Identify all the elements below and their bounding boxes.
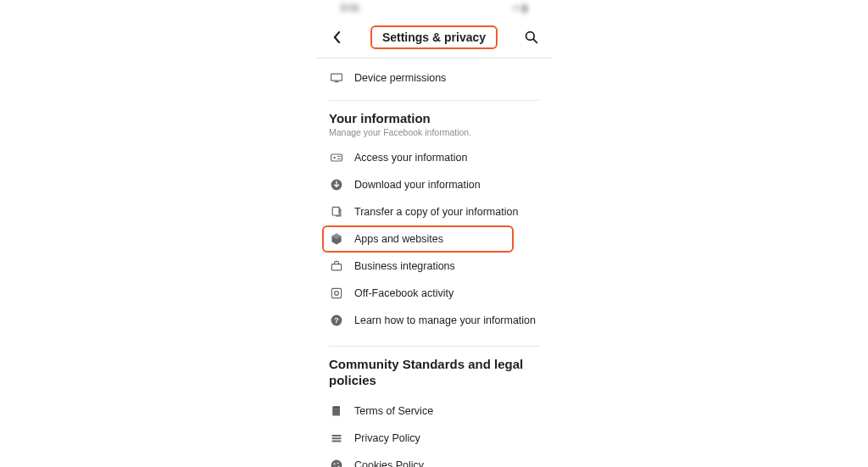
privacy-icon (329, 431, 344, 446)
svg-point-21 (337, 462, 339, 464)
row-label: Privacy Policy (354, 432, 420, 444)
device-icon (329, 70, 344, 86)
header-title-highlight: Settings & privacy (370, 25, 498, 49)
transfer-icon (329, 204, 344, 220)
search-button[interactable] (524, 30, 539, 45)
svg-rect-18 (331, 440, 341, 442)
svg-rect-3 (335, 81, 339, 82)
row-off-facebook-activity[interactable]: Off-Facebook activity (329, 280, 539, 307)
access-icon (329, 150, 344, 165)
activity-icon (329, 286, 344, 301)
svg-rect-2 (331, 74, 342, 81)
section-title: Your information (329, 111, 539, 125)
svg-point-0 (526, 32, 535, 41)
section-your-information: Your information Manage your Facebook in… (329, 111, 539, 334)
svg-rect-17 (331, 437, 341, 439)
row-label: Access your information (354, 152, 467, 164)
svg-text:?: ? (334, 316, 338, 325)
row-label: Download your information (354, 179, 481, 191)
header: Settings & privacy (315, 15, 553, 58)
row-download-information[interactable]: Download your information (329, 171, 539, 198)
terms-icon (329, 403, 344, 419)
svg-point-19 (331, 459, 342, 467)
svg-rect-4 (331, 154, 342, 161)
svg-rect-9 (332, 207, 339, 215)
svg-point-5 (333, 157, 335, 158)
row-cookies-policy[interactable]: Cookies Policy (329, 452, 539, 468)
status-indicators: •• ▮ (513, 3, 527, 14)
section-subtitle: Manage your Facebook information. (329, 127, 539, 137)
row-terms-of-service[interactable]: Terms of Service (329, 398, 539, 425)
row-label: Apps and websites (354, 233, 443, 245)
download-icon (329, 177, 344, 192)
row-business-integrations[interactable]: Business integrations (329, 253, 539, 280)
row-label: Device permissions (354, 72, 446, 84)
page-title: Settings & privacy (382, 31, 486, 44)
cookies-icon (329, 458, 344, 468)
row-privacy-policy[interactable]: Privacy Policy (329, 425, 539, 452)
divider (329, 100, 539, 101)
row-label: Transfer a copy of your information (354, 206, 518, 218)
help-icon: ? (329, 313, 344, 328)
section-community-standards: Community Standards and legal policies T… (329, 357, 539, 467)
row-label: Terms of Service (354, 405, 433, 417)
svg-rect-10 (331, 264, 341, 270)
row-label: Business integrations (354, 260, 455, 272)
svg-point-20 (334, 463, 336, 464)
content: Device permissions Your information Mana… (315, 58, 553, 467)
row-label: Off-Facebook activity (354, 287, 453, 299)
back-button[interactable] (329, 30, 344, 45)
business-icon (329, 259, 344, 274)
row-device-permissions[interactable]: Device permissions (329, 58, 539, 92)
row-apps-websites[interactable]: Apps and websites (329, 231, 507, 247)
row-label: Learn how to manage your information (354, 314, 536, 326)
divider (329, 346, 539, 347)
svg-point-12 (335, 292, 339, 296)
status-bar: 9:41 •• ▮ (315, 0, 553, 15)
row-access-information[interactable]: Access your information (329, 144, 539, 171)
row-learn-manage-info[interactable]: ? Learn how to manage your information (329, 307, 539, 334)
apps-icon (329, 231, 344, 247)
svg-rect-15 (334, 406, 340, 408)
row-apps-websites-highlight: Apps and websites (322, 225, 514, 253)
row-label: Cookies Policy (354, 459, 424, 468)
status-time: 9:41 (341, 3, 359, 13)
svg-rect-11 (331, 288, 341, 297)
section-title: Community Standards and legal policies (329, 357, 539, 389)
phone-frame: 9:41 •• ▮ Settings & privacy Device perm… (315, 0, 553, 467)
search-icon (525, 31, 538, 44)
chevron-left-icon (333, 31, 341, 43)
svg-line-1 (533, 39, 537, 42)
svg-rect-16 (331, 435, 341, 436)
row-transfer-copy[interactable]: Transfer a copy of your information (329, 198, 539, 225)
